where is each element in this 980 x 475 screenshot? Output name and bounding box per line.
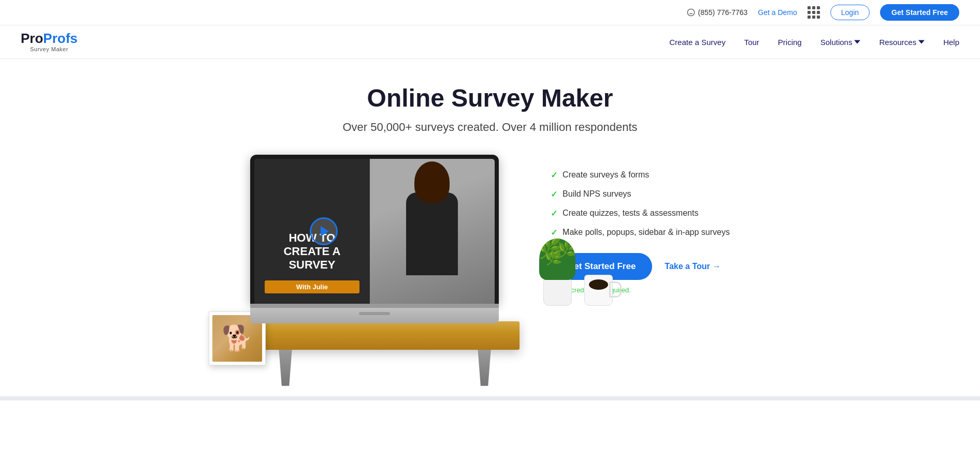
get-a-demo-link[interactable]: Get a Demo xyxy=(758,8,797,17)
check-icon-1: ✓ xyxy=(551,170,557,180)
video-left-panel: HOW TO CREATE A SURVEY With Julie xyxy=(254,159,370,304)
nav-pricing[interactable]: Pricing xyxy=(778,38,802,47)
nav-help[interactable]: Help xyxy=(943,38,959,47)
feature-1: ✓ Create surveys & forms xyxy=(551,170,730,180)
top-get-started-button[interactable]: Get Started Free xyxy=(880,4,959,21)
logo-text: ProProfs xyxy=(21,32,78,45)
video-presenter xyxy=(370,159,495,304)
hero-subtitle: Over 50,000+ surveys created. Over 4 mil… xyxy=(21,121,959,134)
check-icon-2: ✓ xyxy=(551,189,557,199)
bottom-bar xyxy=(0,396,980,400)
desk-leg-right xyxy=(475,350,494,386)
coffee-mug xyxy=(584,275,613,306)
hero-section: Online Survey Maker Over 50,000+ surveys… xyxy=(0,59,980,386)
logo-subtitle: Survey Maker xyxy=(30,46,68,52)
nav-links: Create a Survey Tour Pricing Solutions R… xyxy=(669,38,959,47)
hero-take-tour-button[interactable]: Take a Tour → xyxy=(665,262,720,271)
presenter-image xyxy=(370,159,495,304)
feature-3: ✓ Create quizzes, tests & assessments xyxy=(551,209,730,218)
laptop-scene: HOW TO CREATE A SURVEY With Julie xyxy=(250,155,520,386)
chevron-down-icon xyxy=(854,39,860,45)
nav-create-survey[interactable]: Create a Survey xyxy=(669,38,725,47)
check-icon-3: ✓ xyxy=(551,209,557,218)
plant-leaves: 🌿 🌿 🌿 xyxy=(537,233,578,280)
video-play-button[interactable] xyxy=(310,217,338,245)
feature-2: ✓ Build NPS surveys xyxy=(551,189,730,199)
desk-legs xyxy=(250,350,520,386)
laptop-base xyxy=(250,308,499,323)
desk xyxy=(250,321,520,386)
laptop: HOW TO CREATE A SURVEY With Julie xyxy=(250,155,499,323)
laptop-hinge xyxy=(250,304,499,308)
laptop-screen: HOW TO CREATE A SURVEY With Julie xyxy=(254,159,495,304)
desk-leg-left xyxy=(276,350,295,386)
top-bar: (855) 776-7763 Get a Demo Login Get Star… xyxy=(0,0,980,25)
hero-title: Online Survey Maker xyxy=(21,85,959,112)
laptop-screen-outer: HOW TO CREATE A SURVEY With Julie xyxy=(250,155,499,304)
video-with-badge: With Julie xyxy=(265,280,359,293)
nav-tour[interactable]: Tour xyxy=(744,38,759,47)
chevron-down-icon xyxy=(918,39,925,45)
desk-surface xyxy=(250,321,520,350)
phone-number: (855) 776-7763 xyxy=(687,8,748,17)
main-nav: ProProfs Survey Maker Create a Survey To… xyxy=(0,25,980,59)
login-button[interactable]: Login xyxy=(830,5,870,20)
plant-pot-container xyxy=(543,279,572,306)
hero-content: HOW TO CREATE A SURVEY With Julie xyxy=(127,155,853,386)
apps-grid-icon[interactable] xyxy=(808,6,820,19)
desk-items: 🌿 🌿 🌿 xyxy=(537,233,613,306)
nav-solutions[interactable]: Solutions xyxy=(820,38,861,47)
plant: 🌿 🌿 🌿 xyxy=(537,233,578,306)
logo[interactable]: ProProfs Survey Maker xyxy=(21,32,78,52)
svg-point-0 xyxy=(687,9,694,16)
nav-resources[interactable]: Resources xyxy=(879,38,925,47)
phone-icon xyxy=(687,8,695,17)
